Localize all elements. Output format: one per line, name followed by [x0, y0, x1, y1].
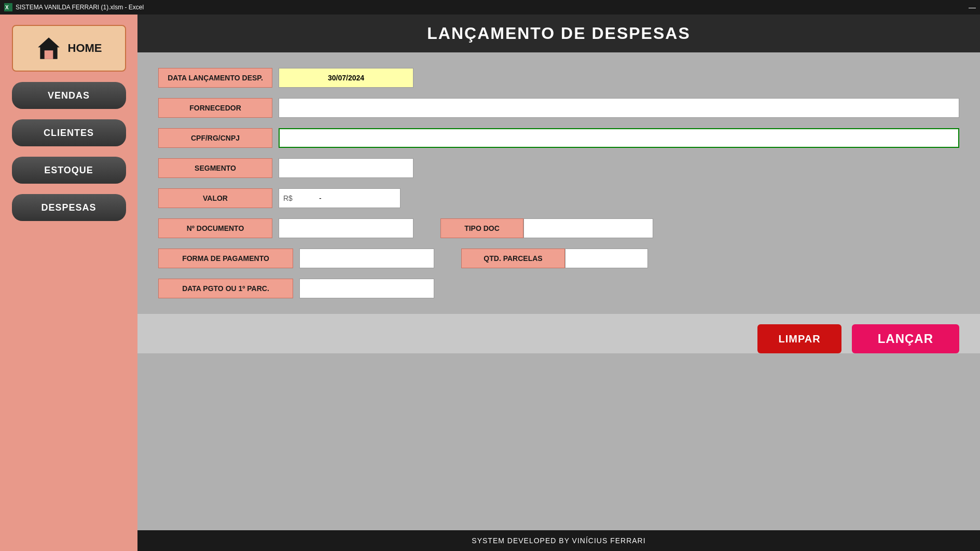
- num-documento-label: Nº DOCUMENTO: [158, 218, 272, 238]
- app-container: HOME VENDAS CLIENTES ESTOQUE DESPESAS LA…: [0, 15, 980, 551]
- tipo-doc-input[interactable]: [523, 218, 653, 238]
- valor-prefix: R$: [279, 188, 297, 208]
- valor-wrapper: R$: [279, 188, 401, 208]
- segmento-label: SEGMENTO: [158, 158, 272, 178]
- limpar-button[interactable]: LIMPAR: [757, 324, 841, 353]
- fornecedor-input[interactable]: [279, 98, 959, 118]
- sidebar: HOME VENDAS CLIENTES ESTOQUE DESPESAS: [0, 15, 137, 551]
- valor-label: VALOR: [158, 188, 272, 208]
- cpf-row: CPF/RG/CNPJ: [158, 128, 959, 148]
- home-icon: [36, 35, 62, 61]
- qtd-parcelas-group: QTD. PARCELAS: [461, 249, 648, 268]
- forma-pagamento-label: FORMA DE PAGAMENTO: [158, 249, 293, 268]
- fornecedor-label: FORNECEDOR: [158, 98, 272, 118]
- documento-row: Nº DOCUMENTO TIPO DOC: [158, 218, 959, 238]
- page-title: LANÇAMENTO DE DESPESAS: [137, 15, 980, 52]
- vendas-button[interactable]: VENDAS: [12, 82, 126, 109]
- excel-icon: X: [4, 3, 12, 11]
- qtd-parcelas-label: QTD. PARCELAS: [461, 249, 565, 268]
- tipo-doc-group: TIPO DOC: [440, 218, 653, 238]
- num-documento-input[interactable]: [279, 218, 413, 238]
- buttons-row: LIMPAR LANÇAR: [137, 324, 980, 353]
- home-label: HOME: [68, 42, 102, 55]
- forma-pagamento-input[interactable]: [299, 249, 434, 268]
- pagamento-row: FORMA DE PAGAMENTO QTD. PARCELAS: [158, 249, 959, 268]
- title-bar: X SISTEMA VANILDA FERRARI (1).xlsm - Exc…: [0, 0, 980, 15]
- data-pgto-label: DATA PGTO OU 1º PARC.: [158, 279, 293, 298]
- data-lancamento-label: DATA LANÇAMENTO DESP.: [158, 68, 272, 88]
- title-bar-text: SISTEMA VANILDA FERRARI (1).xlsm - Excel: [16, 4, 144, 11]
- lancar-button[interactable]: LANÇAR: [852, 324, 959, 353]
- svg-rect-3: [44, 50, 53, 59]
- form-area: DATA LANÇAMENTO DESP. FORNECEDOR CPF/RG/…: [137, 52, 980, 314]
- estoque-button[interactable]: ESTOQUE: [12, 157, 126, 184]
- valor-input[interactable]: [297, 188, 401, 208]
- data-lancamento-input[interactable]: [279, 68, 413, 88]
- home-button[interactable]: HOME: [12, 25, 126, 72]
- data-pgto-input[interactable]: [299, 279, 434, 298]
- cpf-input[interactable]: [279, 128, 959, 148]
- main-content: LANÇAMENTO DE DESPESAS DATA LANÇAMENTO D…: [137, 15, 980, 551]
- title-bar-left: X SISTEMA VANILDA FERRARI (1).xlsm - Exc…: [4, 3, 144, 11]
- valor-row: VALOR R$: [158, 188, 959, 208]
- clientes-button[interactable]: CLIENTES: [12, 119, 126, 146]
- segmento-row: SEGMENTO: [158, 158, 959, 178]
- data-lancamento-row: DATA LANÇAMENTO DESP.: [158, 68, 959, 88]
- svg-text:X: X: [5, 5, 9, 10]
- cpf-label: CPF/RG/CNPJ: [158, 128, 272, 148]
- data-pgto-row: DATA PGTO OU 1º PARC.: [158, 279, 959, 298]
- fornecedor-row: FORNECEDOR: [158, 98, 959, 118]
- despesas-button[interactable]: DESPESAS: [12, 194, 126, 221]
- window-minimize[interactable]: —: [969, 3, 976, 11]
- tipo-doc-label: TIPO DOC: [440, 218, 523, 238]
- segmento-input[interactable]: [279, 158, 413, 178]
- qtd-parcelas-input[interactable]: [565, 249, 648, 268]
- footer: SYSTEM DEVELOPED BY VINÍCIUS FERRARI: [137, 530, 980, 551]
